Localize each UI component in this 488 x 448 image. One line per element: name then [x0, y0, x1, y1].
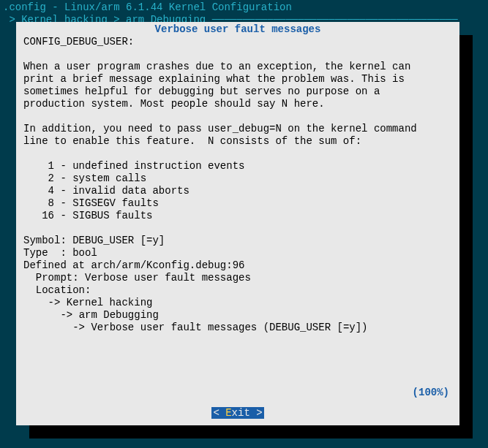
scroll-percent: (100%) [413, 387, 449, 399]
help-dialog: Verbose user fault messages CONFIG_DEBUG… [16, 22, 459, 425]
exit-button-rest: xit > [232, 407, 263, 419]
exit-button[interactable]: < Exit > [211, 407, 263, 419]
exit-button-open: < [213, 407, 225, 419]
dialog-body: CONFIG_DEBUG_USER: When a user program c… [16, 36, 459, 334]
exit-button-hotkey: E [225, 407, 231, 419]
button-row: < Exit > [16, 407, 459, 419]
dialog-title: Verbose user fault messages [16, 22, 459, 36]
config-title-line: .config - Linux/arm 6.1.44 Kernel Config… [0, 0, 488, 14]
